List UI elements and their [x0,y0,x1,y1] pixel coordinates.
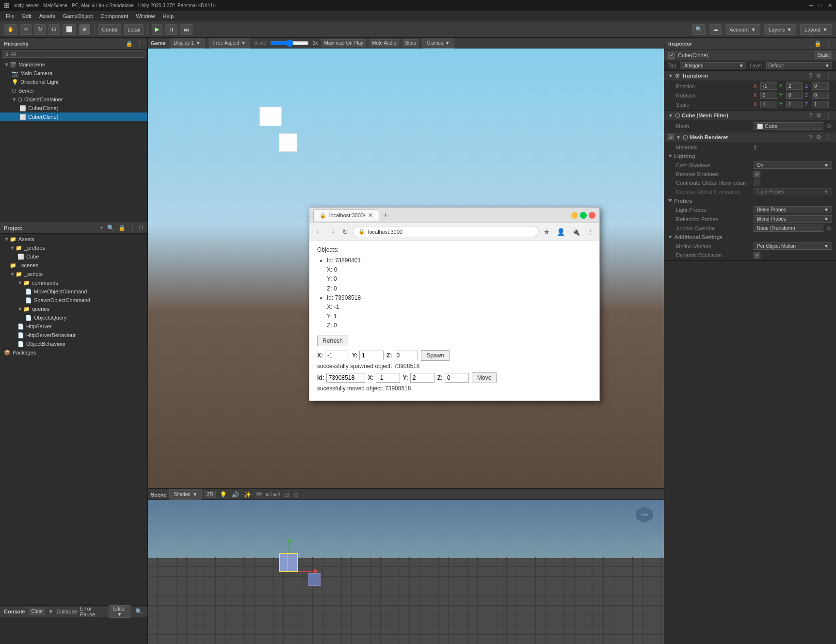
scene-grid-btn[interactable]: ⊞ [283,491,290,498]
spawn-y-input[interactable] [359,351,384,360]
rot-x-input[interactable] [760,92,777,99]
mesh-filter-header[interactable]: ▼ ⬡ Cube (Mesh Filter) ? ⚙ ⋮ [664,111,836,120]
move-z-input[interactable] [445,373,469,383]
project-packages[interactable]: 📦 Packages [0,348,147,357]
scale-y-input[interactable] [786,101,803,108]
transform-help-btn[interactable]: ? [808,72,813,79]
hierarchy-item-cube1[interactable]: ⬜ Cube(Clone) [0,104,147,113]
rect-tool-btn[interactable]: ⬜ [63,24,76,35]
contribute-gi-checkbox[interactable] [754,179,760,186]
layers-dropdown[interactable]: Layers ▼ [764,24,796,35]
cloud-btn[interactable]: ☁ [709,24,722,35]
menu-window[interactable]: Window [132,12,159,20]
hierarchy-item-cube2[interactable]: ⬜ Cube(Clone) [0,113,147,121]
new-tab-btn[interactable]: + [381,211,389,220]
hierarchy-menu-btn[interactable]: ⋮ [136,40,144,47]
mute-audio-btn[interactable]: Mute Audio [370,39,399,47]
minimize-btn[interactable]: ─ [809,2,813,9]
spawn-x-input[interactable] [325,351,349,360]
hierarchy-item-server[interactable]: ⬡ Server [0,86,147,95]
maximize-btn[interactable]: □ [819,2,822,9]
menu-edit[interactable]: Edit [18,12,35,20]
transform-tool-btn[interactable]: ⊕ [79,24,90,35]
2d-btn[interactable]: 2D [205,491,216,498]
editor-dropdown-btn[interactable]: Editor ▼ [109,605,130,618]
project-movecommand[interactable]: 📄 MoveObjectCommand [0,287,147,296]
browser-refresh-btn[interactable]: ↻ [340,227,350,237]
hierarchy-item-camera[interactable]: 📷 Main Camera [0,69,147,78]
project-add-btn[interactable]: + [99,225,104,231]
move-y-input[interactable] [410,373,434,383]
menu-gameobject[interactable]: GameObject [59,12,97,20]
rotate-tool-btn[interactable]: ↻ [34,24,46,35]
rot-z-input[interactable] [812,92,829,99]
browser-maximize-btn[interactable]: □ [580,212,587,219]
meshrenderer-menu-btn[interactable]: ⋮ [824,134,832,141]
menu-component[interactable]: Component [96,12,132,20]
browser-close-btn[interactable]: ✕ [589,212,595,219]
console-search-btn[interactable]: 🔍 [134,608,144,615]
bookmark-btn[interactable]: ★ [542,227,552,237]
reflection-probes-dropdown[interactable]: Blend Probes ▼ [754,215,832,223]
project-scripts[interactable]: ▼ 📁 _scripts [0,270,147,278]
project-httpserver[interactable]: 📄 HttpServer [0,322,147,331]
layout-dropdown[interactable]: Layout ▼ [800,24,832,35]
probes-section-header[interactable]: Probes [664,196,836,205]
url-bar[interactable]: 🔒 localhost:3000 [353,226,539,237]
additional-section-header[interactable]: Additional Settings [664,233,836,242]
menu-assets[interactable]: Assets [35,12,59,20]
account-dropdown[interactable]: Account ▼ [725,24,761,35]
browser-settings-btn[interactable]: ⋮ [585,227,595,237]
meshrenderer-help-btn[interactable]: ? [808,134,813,141]
project-assets[interactable]: ▼ 📁 Assets [0,235,147,243]
project-lock-btn[interactable]: 🔒 [117,225,127,231]
browser-tab-close-btn[interactable]: ✕ [368,212,373,219]
project-search-btn[interactable]: 🔍 [106,225,115,231]
menu-file[interactable]: File [2,12,18,20]
scale-x-input[interactable] [760,101,777,108]
menu-help[interactable]: Help [159,12,177,20]
project-menu-btn[interactable]: ⋮ [129,225,136,231]
transform-menu-btn[interactable]: ⋮ [824,72,832,79]
light-probes-dropdown[interactable]: Blend Probes ▼ [754,206,832,213]
gizmos-dropdown[interactable]: Gizmos ▼ [422,38,454,48]
aspect-dropdown[interactable]: Free Aspect ▼ [209,38,250,48]
inspector-lock-btn[interactable]: 🔒 [813,40,822,47]
motion-vectors-dropdown[interactable]: Per Object Motion ▼ [754,242,832,250]
meshfilter-help-btn[interactable]: ? [808,112,813,119]
play-btn[interactable]: ▶ [152,24,162,35]
project-httpserverbehaviour[interactable]: 📄 HttpServerBehaviour [0,331,147,339]
hierarchy-item-mainscene[interactable]: ▼ 🎬 MainScene [0,60,147,69]
pos-x-input[interactable] [760,82,777,90]
scale-z-input[interactable] [812,101,829,108]
move-id-input[interactable] [326,373,365,383]
scale-tool-btn[interactable]: ⊡ [48,24,60,35]
anchor-override-select-btn[interactable]: ⊙ [825,225,832,232]
meshfilter-settings-btn[interactable]: ⚙ [815,112,822,119]
move-x-input[interactable] [376,373,400,383]
scene-light-btn[interactable]: 💡 [219,491,228,498]
profile-btn[interactable]: 👤 [555,227,567,237]
meshrenderer-settings-btn[interactable]: ⚙ [815,134,822,141]
shade-dropdown[interactable]: Shaded ▼ [169,489,201,500]
mesh-field[interactable]: ⬜ Cube [754,122,823,130]
clear-btn[interactable]: Clear [29,608,45,615]
project-objquery[interactable]: 📄 ObjectsQuery [0,313,147,322]
browser-forward-btn[interactable]: → [327,227,338,237]
hierarchy-item-light[interactable]: 💡 Directional Light [0,78,147,86]
extensions-btn[interactable]: 🔌 [570,227,582,237]
meshrenderer-checkbox[interactable]: ✓ [668,134,674,140]
spawn-submit-btn[interactable]: Spawn [421,350,450,361]
scene-nav-btn[interactable]: 🗺 [255,491,263,498]
anchor-override-dropdown[interactable]: None (Transform) [754,225,823,232]
pause-btn[interactable]: ⏸ [165,24,177,35]
cast-shadows-dropdown[interactable]: On ▼ [754,161,832,169]
browser-tab-active[interactable]: 🔒 localhost:3000/ ✕ [313,209,379,221]
maximize-on-play-btn[interactable]: Maximize On Play [322,39,366,47]
search-btn[interactable]: 🔍 [692,24,706,35]
spawn-z-input[interactable] [394,351,418,360]
move-submit-btn[interactable]: Move [472,372,497,383]
scene-vfx-btn[interactable]: ✨ [243,491,252,498]
refresh-objects-btn[interactable]: Refresh [317,336,348,346]
dynamic-occlusion-checkbox[interactable]: ✓ [754,252,760,258]
